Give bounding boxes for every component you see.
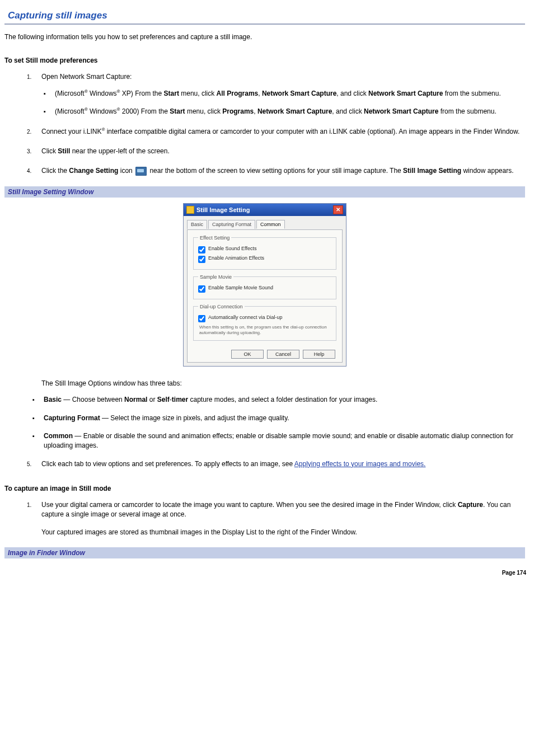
tab-bullet-basic: Basic — Choose between Normal or Self-ti… [44,395,525,405]
section-heading-capture: To capture an image in Still mode [4,485,525,492]
tab-common[interactable]: Common [256,220,285,229]
tab-basic[interactable]: Basic [187,220,207,229]
title-rule [4,24,525,25]
dialog-button-row: OK Cancel Help [193,345,336,359]
tab-pane-common: Effect Setting Enable Sound Effects Enab… [187,229,343,363]
caption-image-finder: Image in Finder Window [4,547,525,558]
checkbox-animation-effects-input[interactable] [198,256,205,263]
capture-step-1-note: Your captured images are stored as thumb… [41,528,525,537]
group-dialup: Dial-up Connection Automatically connect… [193,304,336,341]
step-5: Click each tab to view options and set p… [27,459,525,469]
checkbox-auto-dialup-input[interactable] [198,315,205,322]
page-title: Capturing still images [4,10,525,21]
cancel-button[interactable]: Cancel [267,350,299,359]
legend-effect-setting: Effect Setting [198,235,231,241]
page-body: Capturing still images The following inf… [0,0,534,569]
ok-button[interactable]: OK [231,350,264,359]
help-button[interactable]: Help [303,350,335,359]
step-3: Click Still near the upper-left of the s… [27,147,525,156]
steps-list-capture: Use your digital camera or camcorder to … [27,500,525,537]
legend-sample-movie: Sample Movie [198,274,233,280]
dialup-subnote: When this setting is on, the program use… [199,325,331,336]
page-number: Page 174 [502,570,526,576]
legend-dialup: Dial-up Connection [198,304,245,309]
group-sample-movie: Sample Movie Enable Sample Movie Sound [193,274,336,299]
tabs-intro: The Still Image Options window has three… [41,379,525,388]
dialog-tabs: Basic Capturing Format Common [187,218,343,228]
checkbox-animation-effects[interactable]: Enable Animation Effects [198,255,331,263]
intro-paragraph: The following information tells you how … [4,32,525,42]
steps-list-preferences: Open Network Smart Capture: (Microsoft® … [27,72,525,176]
step-4: Click the Change Setting icon near the b… [27,166,525,176]
tab-capturing-format[interactable]: Capturing Format [208,220,255,229]
still-image-setting-dialog: Still Image Setting ✕ Basic Capturing Fo… [183,203,346,367]
step-1-bullets: (Microsoft® Windows® XP) From the Start … [41,89,525,117]
dialog-title-text: Still Image Setting [196,206,250,213]
link-applying-effects[interactable]: Applying effects to your images and movi… [294,460,426,468]
checkbox-sample-movie-sound[interactable]: Enable Sample Movie Sound [198,285,331,293]
tab-bullet-common: Common — Enable or disable the sound and… [44,431,525,451]
steps-list-preferences-cont: Click each tab to view options and set p… [27,459,525,469]
step-2: Connect your i.LINK® interface compatibl… [27,127,525,137]
capture-step-1: Use your digital camera or camcorder to … [27,500,525,537]
checkbox-sound-effects[interactable]: Enable Sound Effects [198,246,331,253]
close-icon[interactable]: ✕ [333,205,343,214]
tabs-bullets: Basic — Choose between Normal or Self-ti… [41,395,525,451]
section-heading-preferences: To set Still mode preferences [4,57,525,64]
checkbox-sound-effects-input[interactable] [198,246,205,253]
dialog-app-icon [186,206,194,214]
group-effect-setting: Effect Setting Enable Sound Effects Enab… [193,235,336,270]
checkbox-auto-dialup[interactable]: Automatically connect via Dial-up [198,314,331,322]
bullet-w2k: (Microsoft® Windows® 2000) From the Star… [55,107,525,116]
tab-bullet-format: Capturing Format — Select the image size… [44,414,525,423]
dialog-titlebar: Still Image Setting ✕ [184,204,346,216]
dialog-screenshot-wrap: Still Image Setting ✕ Basic Capturing Fo… [4,203,525,367]
page-footer: Page 174 [0,569,534,579]
checkbox-sample-movie-sound-input[interactable] [198,285,205,293]
bullet-xp: (Microsoft® Windows® XP) From the Start … [55,89,525,98]
step-1: Open Network Smart Capture: (Microsoft® … [27,72,525,116]
caption-still-image-setting: Still Image Setting Window [4,186,525,198]
change-setting-icon [135,167,147,176]
step-1-text: Open Network Smart Capture: [41,73,132,81]
